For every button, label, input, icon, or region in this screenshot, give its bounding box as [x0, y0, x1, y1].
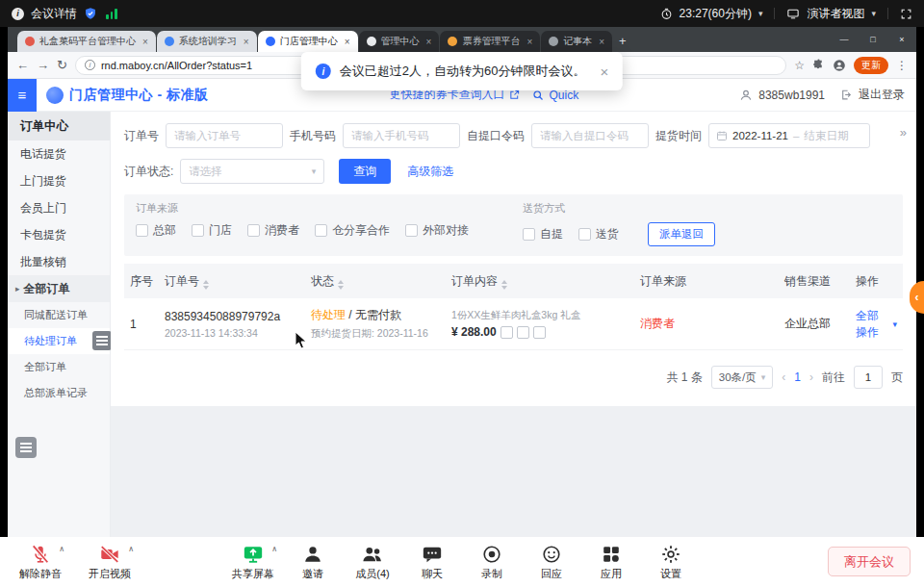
col-status[interactable]: 状态 — [305, 273, 446, 290]
sort-icon[interactable] — [338, 280, 344, 290]
next-page-button[interactable]: › — [809, 370, 813, 384]
order-tag-icon-1[interactable] — [500, 326, 513, 339]
sidebar-item-batch-verify[interactable]: 批量核销 — [8, 248, 110, 275]
invite-button[interactable]: 邀请 — [286, 544, 340, 581]
order-no-input[interactable] — [166, 123, 283, 148]
sidebar-item-all-orders[interactable]: 全部订单 — [8, 354, 110, 380]
logout-icon[interactable] — [840, 89, 853, 101]
order-number[interactable]: 83859345088979792a — [165, 310, 299, 323]
chevron-down-icon[interactable]: ▾ — [871, 9, 876, 18]
sidebar-item-card-pickup[interactable]: 卡包提货 — [8, 221, 110, 248]
close-icon[interactable]: × — [345, 37, 350, 47]
minimize-button[interactable]: — — [830, 27, 859, 52]
checkbox-store[interactable]: 门店 — [192, 222, 232, 239]
fullscreen-icon[interactable] — [900, 8, 912, 20]
date-start-value[interactable]: 2022-11-21 — [732, 130, 788, 141]
reload-icon[interactable]: ↻ — [57, 58, 67, 72]
checkbox-external[interactable]: 外部对接 — [405, 222, 469, 239]
sidebar-item-pending-orders[interactable]: 待处理订单 — [8, 328, 110, 354]
checkbox-delivery[interactable]: 送货 — [578, 226, 619, 242]
pickup-code-input[interactable] — [531, 123, 649, 148]
close-icon[interactable]: × — [600, 64, 608, 80]
close-icon[interactable]: × — [599, 37, 604, 47]
order-tag-icon-2[interactable] — [517, 326, 529, 339]
chevron-up-icon[interactable]: ∧ — [128, 545, 134, 553]
chevron-up-icon[interactable]: ∧ — [271, 545, 277, 553]
browser-tab[interactable]: 票券管理平台× — [440, 31, 540, 52]
meeting-detail-label[interactable]: 会议详情 — [31, 6, 77, 22]
sidebar-item-phone-pickup[interactable]: 电话提货 — [8, 140, 110, 167]
menu-icon[interactable]: ⋮ — [896, 59, 908, 72]
search-button[interactable]: 查询 — [339, 159, 391, 184]
username[interactable]: 8385wb1991 — [758, 89, 825, 102]
apps-button[interactable]: 应用 — [584, 544, 638, 581]
site-info-icon[interactable]: i — [85, 60, 95, 70]
browser-tab[interactable]: 管理中心× — [359, 31, 440, 52]
browser-update-button[interactable]: 更新 — [854, 57, 888, 74]
close-icon[interactable]: × — [426, 37, 432, 47]
browser-tab-active[interactable]: 门店管理中心× — [258, 31, 358, 52]
sidebar-group-all-orders[interactable]: ▸ 全部订单 — [8, 275, 110, 302]
menu-toggle-button[interactable]: ≡ — [8, 79, 37, 112]
bookmark-star-icon[interactable]: ☆ — [794, 59, 805, 72]
back-icon[interactable]: ← — [16, 58, 29, 72]
date-range-picker[interactable]: 2022-11-21 – 结束日期 — [708, 123, 870, 148]
advanced-filter-link[interactable]: 高级筛选 — [407, 164, 453, 180]
checkbox-hq[interactable]: 总部 — [136, 222, 176, 239]
reaction-button[interactable]: 回应 — [525, 544, 578, 581]
browser-tab[interactable]: 礼盒菜码平台管理中心× — [17, 31, 156, 52]
checkbox-icon[interactable] — [136, 224, 148, 237]
extensions-icon[interactable] — [812, 59, 825, 71]
chevron-up-icon[interactable]: ∧ — [59, 545, 64, 553]
list-toggle-button[interactable] — [15, 437, 37, 458]
col-order-no[interactable]: 订单号 — [159, 273, 305, 290]
settings-button[interactable]: 设置 — [644, 544, 698, 581]
close-icon[interactable]: × — [244, 37, 249, 47]
checkbox-icon[interactable] — [405, 224, 418, 237]
close-window-button[interactable]: × — [887, 27, 916, 52]
start-video-button[interactable]: ∧ 开启视频 — [83, 544, 137, 581]
sort-icon[interactable] — [203, 280, 209, 290]
order-tag-icon-3[interactable] — [533, 326, 546, 339]
sidebar-item-door-pickup[interactable]: 上门提货 — [8, 167, 110, 194]
browser-tab[interactable]: 系统培训学习× — [157, 31, 257, 52]
checkbox-icon[interactable] — [578, 228, 591, 241]
sidebar-section-order-center[interactable]: 订单中心 — [8, 112, 110, 140]
chevron-down-icon[interactable]: ▾ — [758, 9, 763, 18]
browser-tab[interactable]: 记事本× — [541, 31, 612, 52]
unmute-button[interactable]: ∧ 解除静音 — [13, 544, 67, 581]
network-signal-icon[interactable] — [106, 8, 117, 19]
drag-handle-icon[interactable] — [92, 331, 112, 350]
col-content[interactable]: 订单内容 — [446, 273, 634, 290]
checkbox-icon[interactable] — [523, 228, 535, 241]
sidebar-item-member-visit[interactable]: 会员上门 — [8, 194, 110, 221]
new-tab-button[interactable]: + — [619, 34, 627, 48]
order-status-select[interactable]: 请选择 ▾ — [180, 159, 324, 184]
close-icon[interactable]: × — [142, 37, 148, 47]
meeting-info-icon[interactable]: i — [12, 8, 24, 20]
search-icon[interactable] — [532, 89, 544, 101]
phone-input[interactable] — [343, 123, 460, 148]
logout-button[interactable]: 退出登录 — [859, 87, 905, 103]
current-page[interactable]: 1 — [794, 370, 801, 384]
maximize-button[interactable]: □ — [859, 27, 887, 52]
view-mode-label[interactable]: 演讲者视图 — [807, 6, 864, 22]
sidebar-item-hq-dispatch-log[interactable]: 总部派单记录 — [8, 380, 110, 406]
external-link-icon[interactable] — [509, 89, 520, 100]
leave-meeting-button[interactable]: 离开会议 — [828, 547, 911, 576]
members-button[interactable]: 成员(4) — [346, 544, 399, 581]
checkbox-consumer[interactable]: 消费者 — [247, 222, 299, 239]
chat-button[interactable]: 聊天 — [405, 544, 459, 581]
checkbox-share-coop[interactable]: 仓分享合作 — [315, 222, 390, 239]
sidebar-item-city-delivery[interactable]: 同城配送订单 — [8, 302, 110, 328]
share-screen-button[interactable]: ∧ 共享屏幕 — [226, 544, 280, 581]
collapse-filters-icon[interactable]: » — [900, 125, 907, 140]
page-size-select[interactable]: 30条/页▾ — [711, 366, 774, 389]
security-shield-icon[interactable] — [84, 7, 97, 20]
row-action-dropdown[interactable]: 全部操作▾ — [856, 308, 897, 341]
checkbox-icon[interactable] — [247, 224, 260, 237]
dispatch-return-button[interactable]: 派单退回 — [648, 222, 715, 246]
forward-icon[interactable]: → — [37, 58, 49, 72]
prev-page-button[interactable]: ‹ — [782, 370, 785, 384]
checkbox-icon[interactable] — [192, 224, 204, 237]
